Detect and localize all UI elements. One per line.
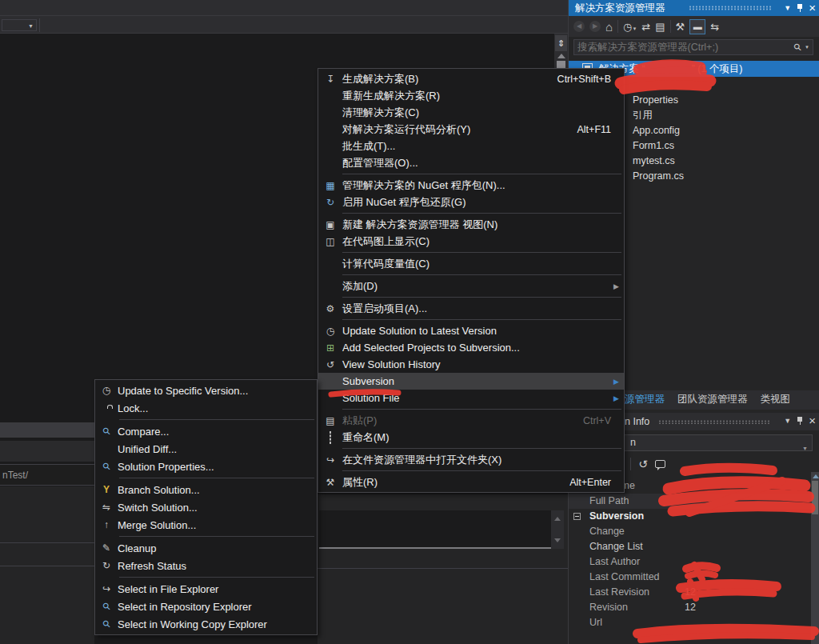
cleanup-icon: ✎ — [95, 542, 118, 554]
menu-item-row2[interactable]: 清理解决方案(C) — [318, 104, 624, 121]
grid-row-subversion[interactable]: Subversion — [569, 509, 811, 524]
toolbar-combo[interactable]: ▼ — [2, 19, 37, 31]
menu-item-lock[interactable]: Lock... — [95, 399, 317, 417]
menu-item-label: Lock... — [118, 402, 317, 414]
menu-item-history[interactable]: ↺View Solution History — [318, 356, 624, 373]
back-icon[interactable]: ◀ — [573, 21, 585, 32]
menu-item-compare[interactable]: ⚲Compare... — [95, 422, 317, 440]
menu-item-add-to-subversion[interactable]: ⊞Add Selected Projects to Subversion... — [318, 339, 624, 356]
window-menu-icon[interactable]: ▼ — [784, 0, 791, 16]
menu-item-row4[interactable]: 批生成(T)... — [318, 138, 624, 154]
menu-item-switch[interactable]: ⇋Switch Solution... — [95, 498, 317, 516]
grid-label: Change List — [589, 539, 643, 554]
menu-item-wrench[interactable]: ⚒属性(R)Alt+Enter — [318, 474, 624, 490]
scroll-up-icon[interactable] — [557, 54, 565, 58]
tab-1[interactable]: 团队资源管理器 — [671, 390, 754, 410]
history-icon[interactable]: ↺ — [638, 458, 648, 470]
menu-item-working-copy-explorer[interactable]: ⚲Select in Working Copy Explorer — [95, 615, 317, 633]
solution-explorer-titlebar[interactable]: 解决方案资源管理器 ▼ × — [569, 0, 819, 16]
search-box[interactable]: ⚲ ▼ — [573, 39, 813, 55]
rename-icon — [318, 432, 342, 443]
menu-item-branch[interactable]: YBranch Solution... — [95, 481, 317, 498]
tree-item-mytest-cs[interactable]: mytest.cs — [633, 154, 809, 169]
menu-separator — [342, 213, 621, 214]
forward-icon[interactable]: ▶ — [589, 21, 601, 32]
grid-row-full-path[interactable]: Full Path — [569, 494, 811, 509]
collapse-all-icon[interactable]: ▤ — [655, 21, 665, 33]
scrollbar-thumb[interactable] — [812, 481, 818, 514]
pin-icon[interactable] — [797, 3, 803, 13]
select-file-explorer-icon: ↪ — [95, 583, 118, 594]
menu-item-update-latest[interactable]: ◷Update Solution to Latest Version — [318, 322, 624, 339]
menu-item-row1[interactable]: 重新生成解决方案(R) — [318, 87, 624, 104]
collapse-expander-icon[interactable] — [573, 513, 581, 520]
menu-separator — [342, 252, 621, 253]
menu-item-build-solution[interactable]: ↧生成解决方案(B)Ctrl+Shift+B — [318, 70, 624, 87]
tree-item--[interactable]: 引用 — [633, 108, 809, 123]
textbox-scrollbar[interactable] — [551, 510, 564, 549]
pin-icon[interactable] — [797, 416, 803, 426]
pending-changes-filter-icon[interactable]: ◷▼ — [623, 21, 637, 33]
divider — [0, 566, 94, 566]
tree-item-properties[interactable]: Properties — [633, 93, 809, 108]
tab-0[interactable]: 源管理器 — [618, 390, 671, 410]
menu-item-select-file-explorer[interactable]: ↪Select in File Explorer — [95, 580, 317, 598]
scroll-up-icon[interactable] — [813, 474, 819, 478]
grid-label: Url — [589, 615, 602, 630]
menu-item-nuget-restore[interactable]: ↻启用 NuGet 程序包还原(G) — [318, 194, 624, 210]
menu-item-row10[interactable]: 计算代码度量值(C) — [318, 255, 624, 272]
menu-item-open-in-explorer[interactable]: ↪在文件资源管理器中打开文件夹(X) — [318, 451, 624, 468]
menu-item-gear[interactable]: ⚙设置启动项目(A)... — [318, 300, 624, 317]
toolbar-separator — [670, 20, 671, 33]
show-all-files-icon[interactable]: ▬ — [689, 19, 705, 34]
grid-row-last-author[interactable]: Last Author — [569, 554, 811, 570]
update-latest-icon: ◷ — [318, 326, 342, 337]
menu-item-code-map[interactable]: ◫在代码图上显示(C) — [318, 233, 624, 250]
menu-item-cleanup[interactable]: ✎Cleanup — [95, 539, 317, 557]
sync-icon[interactable]: ⇄ — [641, 21, 650, 33]
properties-wrench-icon[interactable]: ⚒ — [676, 21, 685, 33]
menu-item-row3[interactable]: 对解决方案运行代码分析(Y)Alt+F11 — [318, 121, 624, 138]
menu-item-row11[interactable]: 添加(D)▶ — [318, 278, 624, 294]
add-to-subversion-icon: ⊞ — [318, 342, 342, 354]
history-icon: ↺ — [318, 359, 342, 370]
tree-item-app-config[interactable]: App.config — [633, 123, 809, 138]
tab-2[interactable]: 类视图 — [754, 390, 797, 410]
splitter-grip-icon[interactable]: ⇕ — [555, 35, 567, 51]
menu-item-row17[interactable]: Solution File▶ — [318, 390, 624, 406]
grid-row-last-committed[interactable]: Last Committed — [569, 570, 811, 585]
grid-row-change[interactable]: Change — [569, 524, 811, 539]
menu-item-label: 在代码图上显示(C) — [342, 234, 624, 249]
chevron-down-icon[interactable]: ▼ — [805, 45, 809, 50]
tree-item-program-cs[interactable]: Program.cs — [633, 169, 809, 184]
window-menu-icon[interactable]: ▼ — [784, 412, 791, 430]
menu-item-rename[interactable]: 重命名(M) — [318, 429, 624, 446]
menu-item-row5[interactable]: 配置管理器(O)... — [318, 154, 624, 171]
grid-row-last-revision[interactable]: Last Revision12 — [569, 585, 811, 600]
menu-item-row3[interactable]: Unified Diff... — [95, 440, 317, 458]
grid-row-revision[interactable]: Revision12 — [569, 600, 811, 615]
grid-row-change-list[interactable]: Change List — [569, 539, 811, 554]
sync-with-active-document-icon[interactable]: ⇆ — [710, 21, 719, 33]
menu-item-paste[interactable]: ▤粘贴(P)Ctrl+V — [318, 412, 624, 429]
tree-item-form1-cs[interactable]: Form1.cs — [633, 138, 809, 154]
comment-icon[interactable] — [655, 460, 665, 468]
search-input[interactable] — [574, 42, 794, 53]
menu-item-solution-properties[interactable]: ⚲Solution Properties... — [95, 458, 317, 475]
menu-item-refresh-status[interactable]: ↻Refresh Status — [95, 557, 317, 574]
menu-item-nuget[interactable]: ▦管理解决方案的 NuGet 程序包(N)... — [318, 177, 624, 194]
close-icon[interactable]: × — [809, 2, 816, 14]
menu-item-label: Subversion — [342, 375, 624, 387]
home-icon[interactable]: ⌂ — [605, 20, 613, 34]
menu-item-row16[interactable]: Subversion▶ — [318, 373, 624, 390]
menu-item-repository-explorer[interactable]: ⚲Select in Repository Explorer — [95, 598, 317, 615]
grid-label: Full Path — [589, 494, 629, 509]
occluded-textbox[interactable] — [319, 510, 551, 549]
menu-item-merge[interactable]: ↑Merge Solution... — [95, 516, 317, 534]
menu-item-new-view[interactable]: ▣新建 解决方案资源管理器 视图(N) — [318, 216, 624, 233]
menu-item-update-specific[interactable]: ◷Update to Specific Version... — [95, 382, 317, 399]
grid-row-url[interactable]: Url — [569, 615, 811, 630]
occluded-panel-band — [0, 422, 94, 438]
menu-item-label: 重新生成解决方案(R) — [342, 89, 624, 103]
close-icon[interactable]: × — [809, 415, 816, 426]
